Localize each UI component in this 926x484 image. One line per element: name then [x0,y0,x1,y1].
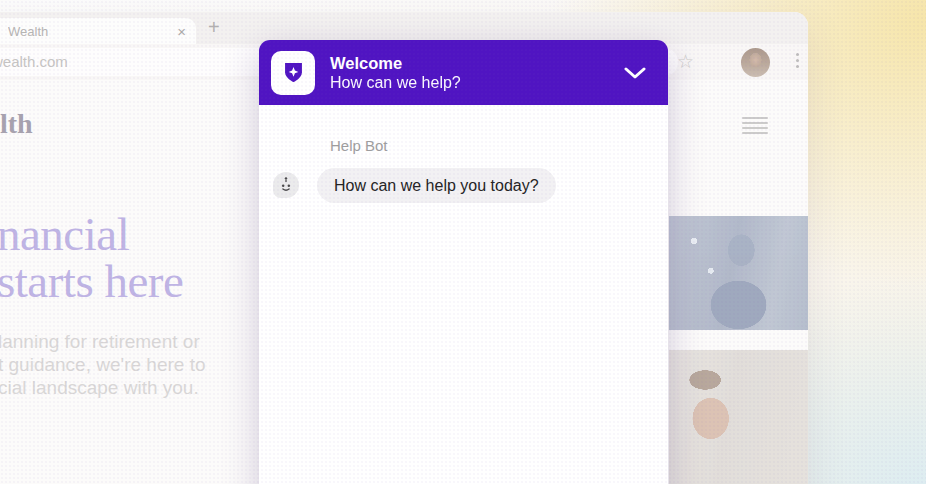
hero-heading-line2: starts here [0,258,183,305]
sender-label: Help Bot [330,137,388,154]
hero-paragraph-line2: t guidance, we're here to [0,353,205,376]
chat-widget-subtitle: How can we help? [330,73,620,93]
tab-close-icon[interactable]: × [177,24,186,39]
browser-profile-avatar[interactable] [741,48,770,77]
chevron-down-icon [624,67,646,79]
page-photo-man-beard [669,216,808,330]
bot-message-bubble: How can we help you today? [317,168,556,203]
hamburger-menu-icon[interactable] [742,117,768,134]
new-tab-button[interactable]: + [208,16,220,39]
backdrop: Wealth × + wealth.com ☆ lth nancial star… [0,0,926,484]
chat-widget-header: Welcome How can we help? [259,40,668,105]
bookmark-star-icon[interactable]: ☆ [677,50,694,74]
browser-tab-wealth[interactable]: Wealth × [0,18,196,44]
hero-paragraph: lanning for retirement or t guidance, we… [0,330,205,399]
hero-paragraph-line1: lanning for retirement or [0,330,205,353]
hero-heading-line1: nancial [0,211,183,258]
page-photo-man-glasses [669,350,808,484]
tab-title: Wealth [8,24,177,39]
address-bar-url: wealth.com [0,48,68,76]
help-bot-avatar-icon [273,172,299,198]
chat-widget-title: Welcome [330,53,620,73]
shield-sparkle-icon [271,51,315,95]
browser-menu-icon[interactable] [796,53,800,68]
chat-widget: Welcome How can we help? Help Bot [259,40,668,484]
chat-widget-titles: Welcome How can we help? [330,53,620,93]
hero-heading: nancial starts here [0,211,183,305]
minimize-chat-button[interactable] [620,58,650,88]
hero-paragraph-line3: cial landscape with you. [0,376,205,399]
site-logo: lth [0,108,33,140]
chat-conversation: Help Bot How can we help you today? [259,105,668,484]
